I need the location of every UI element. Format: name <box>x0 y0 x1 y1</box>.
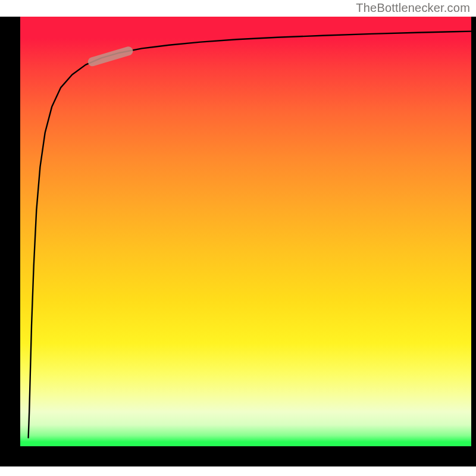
attribution-label: TheBottlenecker.com <box>356 1 470 15</box>
plot-area <box>20 17 471 446</box>
chart-container: TheBottlenecker.com <box>0 0 476 476</box>
curve-layer <box>20 17 471 446</box>
highlight-segment <box>92 51 129 62</box>
bottleneck-curve <box>29 32 471 438</box>
